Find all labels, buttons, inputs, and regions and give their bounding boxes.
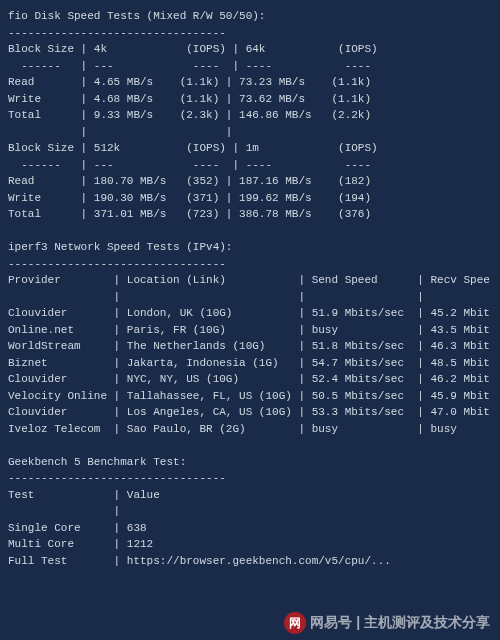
- fio-read-row: Read | 180.70 MB/s (352) | 187.16 MB/s (…: [8, 173, 492, 190]
- fio-header-512k-1m: Block Size | 512k (IOPS) | 1m (IOPS): [8, 140, 492, 157]
- netease-logo-icon: 网: [284, 612, 306, 634]
- iperf-title: iperf3 Network Speed Tests (IPv4):: [8, 239, 492, 256]
- watermark: 网网易号 | 主机测评及技术分享: [284, 612, 490, 634]
- geekbench-single-core: Single Core | 638: [8, 520, 492, 537]
- divider: ---------------------------------: [8, 25, 492, 42]
- iperf-row: Iveloz Telecom | Sao Paulo, BR (2G) | bu…: [8, 421, 492, 438]
- geekbench-blank: |: [8, 503, 492, 520]
- terminal-output: fio Disk Speed Tests (Mixed R/W 50/50): …: [8, 8, 492, 569]
- fio-total-row: Total | 9.33 MB/s (2.3k) | 146.86 MB/s (…: [8, 107, 492, 124]
- divider: ---------------------------------: [8, 470, 492, 487]
- iperf-row: Biznet | Jakarta, Indonesia (1G) | 54.7 …: [8, 355, 492, 372]
- fio-title: fio Disk Speed Tests (Mixed R/W 50/50):: [8, 8, 492, 25]
- iperf-row: WorldStream | The Netherlands (10G) | 51…: [8, 338, 492, 355]
- iperf-row: Clouvider | Los Angeles, CA, US (10G) | …: [8, 404, 492, 421]
- geekbench-multi-core: Multi Core | 1212: [8, 536, 492, 553]
- iperf-row: Velocity Online | Tallahassee, FL, US (1…: [8, 388, 492, 405]
- iperf-blank: | | |: [8, 289, 492, 306]
- watermark-text: 网易号 | 主机测评及技术分享: [310, 614, 490, 630]
- fio-blank-row: | |: [8, 124, 492, 141]
- iperf-row: Online.net | Paris, FR (10G) | busy | 43…: [8, 322, 492, 339]
- fio-read-row: Read | 4.65 MB/s (1.1k) | 73.23 MB/s (1.…: [8, 74, 492, 91]
- geekbench-title: Geekbench 5 Benchmark Test:: [8, 454, 492, 471]
- fio-subheader: ------ | --- ---- | ---- ----: [8, 157, 492, 174]
- geekbench-full-test: Full Test | https://browser.geekbench.co…: [8, 553, 492, 570]
- fio-write-row: Write | 190.30 MB/s (371) | 199.62 MB/s …: [8, 190, 492, 207]
- divider: ---------------------------------: [8, 256, 492, 273]
- fio-total-row: Total | 371.01 MB/s (723) | 386.78 MB/s …: [8, 206, 492, 223]
- fio-write-row: Write | 4.68 MB/s (1.1k) | 73.62 MB/s (1…: [8, 91, 492, 108]
- fio-header-4k-64k: Block Size | 4k (IOPS) | 64k (IOPS): [8, 41, 492, 58]
- geekbench-header: Test | Value: [8, 487, 492, 504]
- iperf-header: Provider | Location (Link) | Send Speed …: [8, 272, 492, 289]
- iperf-row: Clouvider | NYC, NY, US (10G) | 52.4 Mbi…: [8, 371, 492, 388]
- fio-subheader: ------ | --- ---- | ---- ----: [8, 58, 492, 75]
- iperf-row: Clouvider | London, UK (10G) | 51.9 Mbit…: [8, 305, 492, 322]
